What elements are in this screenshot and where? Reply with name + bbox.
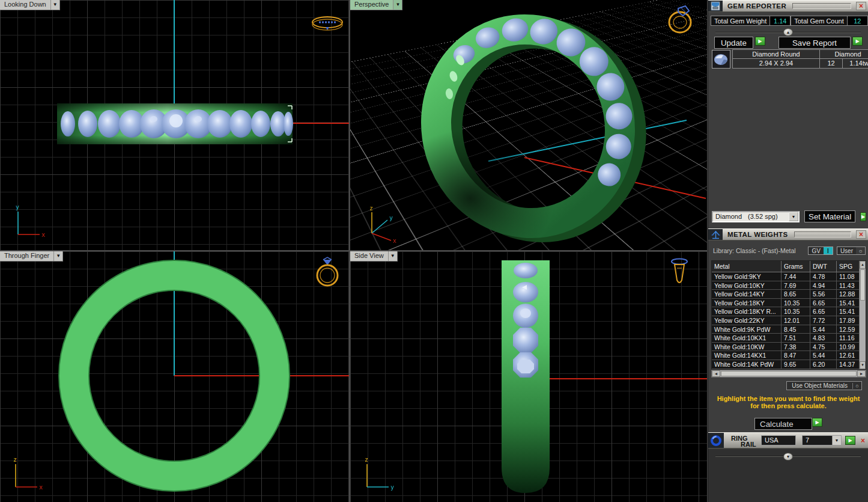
chevron-down-icon[interactable]: ▼ (832, 436, 841, 445)
titlebar-groove (794, 231, 851, 237)
viewport-title-looking-down[interactable]: Looking Down ▼ (0, 0, 60, 10)
ring-orientation-icon (312, 255, 344, 290)
cell: 7.72 (810, 316, 837, 325)
cell: Yellow Gold:14KY (712, 290, 782, 298)
save-report-button[interactable]: Save Report (778, 37, 851, 49)
set-material-go-button[interactable]: ▶ (860, 212, 866, 221)
gem-reporter-titlebar: GEM REPORTER × (708, 0, 868, 12)
viewport-title-side-view[interactable]: Side View ▼ (350, 251, 398, 262)
table-row[interactable]: Yellow Gold:10KY7.694.9411.43 (712, 281, 859, 290)
close-icon[interactable]: × (861, 436, 865, 445)
horizontal-scrollbar[interactable]: ◂ ▸ (711, 370, 866, 378)
update-button[interactable]: Update (714, 37, 753, 49)
cell: 15.41 (837, 307, 859, 316)
vertical-scrollbar[interactable]: ▲ ▼ (859, 261, 866, 369)
metal-weights-titlebar: METAL WEIGHTS × (708, 228, 868, 240)
use-object-materials-button[interactable]: Use Object Materials ○ (786, 381, 862, 390)
cell: 7.44 (782, 272, 810, 281)
use-object-materials-label: Use Object Materials (787, 382, 852, 389)
axis-x-label: x (393, 237, 396, 244)
column-header-dwt[interactable]: DWT (810, 261, 837, 272)
gem-size: 2.94 X 2.94 (732, 59, 820, 69)
chevron-down-icon[interactable]: ▼ (53, 251, 62, 261)
ring-size-select[interactable]: 7 ▼ (802, 435, 842, 445)
ring-rail-go-button[interactable]: ▶ (845, 436, 855, 445)
ring-orientation-icon (667, 256, 691, 291)
cell: 6.65 (810, 299, 837, 307)
user-toggle[interactable]: User ○ (837, 246, 866, 255)
gem-reporter-buttons: Update ▶ Save Report ▶ (708, 37, 868, 49)
chevron-down-icon[interactable]: ▼ (388, 251, 397, 261)
scene-ring-front-view (0, 251, 349, 502)
chevron-down-icon[interactable]: ▼ (393, 0, 402, 10)
viewport-title-through-finger[interactable]: Through Finger ▼ (0, 251, 63, 262)
viewport-title-label: Through Finger (0, 251, 53, 261)
calculate-button-group: Calculate ▶ (754, 418, 822, 430)
cell: 8.45 (782, 325, 810, 334)
close-icon[interactable]: × (856, 230, 866, 239)
cell: 6.20 (810, 360, 837, 369)
gv-toggle[interactable]: GV I (808, 246, 833, 255)
region-field[interactable]: USA (761, 435, 796, 445)
cell: 4.75 (810, 343, 837, 351)
table-row[interactable]: White Gold:14K PdW9.656.2014.37 (712, 360, 859, 369)
chevron-down-icon[interactable]: ▼ (789, 212, 798, 221)
cell: Yellow Gold:18KY (712, 299, 782, 307)
table-row[interactable]: Yellow Gold:18KY10.356.6515.41 (712, 299, 859, 308)
total-gem-count-value: 12 (848, 16, 868, 26)
table-row[interactable]: Yellow Gold:18KY R...10.356.6515.41 (712, 307, 859, 316)
calculate-button[interactable]: Calculate (754, 418, 812, 430)
panel-title: GEM REPORTER (723, 1, 786, 11)
gv-label: GV (809, 247, 823, 254)
table-row[interactable]: Yellow Gold:14KY8.655.5612.88 (712, 290, 859, 299)
right-panel: GEM REPORTER × Total Gem Weight 1.14 Tot… (708, 0, 868, 502)
column-header-metal[interactable]: Metal (712, 261, 782, 272)
chevron-down-icon[interactable]: ▼ (50, 0, 59, 10)
total-gem-weight-value: 1.14 (770, 16, 791, 26)
collapse-separator: ▼ (715, 456, 861, 457)
scroll-right-icon[interactable]: ▸ (857, 370, 866, 377)
table-row[interactable]: White Gold:10KW7.384.7510.99 (712, 343, 859, 352)
cell: 15.41 (837, 299, 859, 307)
table-row[interactable]: White Gold:10KX17.514.8311.16 (712, 334, 859, 343)
viewport-looking-down[interactable]: y x Looking Down ▼ (0, 0, 349, 250)
calculate-go-button[interactable]: ▶ (812, 418, 822, 427)
scrollbar-thumb[interactable] (860, 269, 865, 301)
scroll-up-icon[interactable]: ▲ (860, 261, 866, 269)
axis-indicator-xyz: z y x (361, 204, 403, 244)
table-row[interactable]: White Gold:9K PdW8.455.4412.59 (712, 325, 859, 334)
scrollbar-thumb[interactable] (721, 371, 857, 376)
viewport-perspective[interactable]: z y x Perspective ▼ (350, 0, 707, 250)
viewport-side-view[interactable]: z y Side View ▼ (350, 251, 707, 502)
table-row[interactable]: White Gold:14KX18.475.4412.61 (712, 351, 859, 360)
column-header-spg[interactable]: SPG (837, 261, 859, 272)
cell: 7.38 (782, 343, 810, 351)
column-header-grams[interactable]: Grams (782, 261, 810, 272)
cell: 4.78 (810, 272, 837, 281)
ring-orientation-icon (664, 4, 697, 35)
cell: 7.69 (782, 281, 810, 290)
cell: 12.01 (782, 316, 810, 325)
gem-type: Diamond Round (732, 49, 820, 59)
material-select[interactable]: Diamond (3.52 spg) ▼ (712, 211, 800, 222)
material-spg: (3.52 spg) (748, 213, 778, 220)
collapse-down-handle[interactable]: ▼ (783, 453, 793, 461)
axis-z-label: z (369, 205, 373, 212)
scroll-left-icon[interactable]: ◂ (712, 370, 720, 377)
save-report-go-button[interactable]: ▶ (852, 37, 863, 46)
set-material-button[interactable]: Set Material (804, 210, 855, 222)
cell: 17.89 (837, 316, 859, 325)
axis-x-label: x (39, 484, 43, 491)
metal-weights-icon (708, 229, 723, 240)
collapse-up-handle[interactable]: ▲ (783, 28, 793, 36)
scroll-down-icon[interactable]: ▼ (860, 361, 866, 369)
application-window: y x Looking Down ▼ (0, 0, 868, 502)
table-row[interactable]: Yellow Gold:22KY12.017.7217.89 (712, 316, 859, 325)
gem-list-row[interactable]: Diamond Round Diamond 2.94 X 2.94 12 1.1… (712, 49, 868, 69)
close-icon[interactable]: × (856, 2, 866, 10)
viewport-title-perspective[interactable]: Perspective ▼ (350, 0, 402, 10)
viewport-through-finger[interactable]: z x Through Finger ▼ (0, 251, 349, 502)
table-row[interactable]: Yellow Gold:9KY7.444.7811.08 (712, 272, 859, 281)
update-go-button[interactable]: ▶ (755, 37, 765, 46)
cell: 5.44 (810, 325, 837, 334)
